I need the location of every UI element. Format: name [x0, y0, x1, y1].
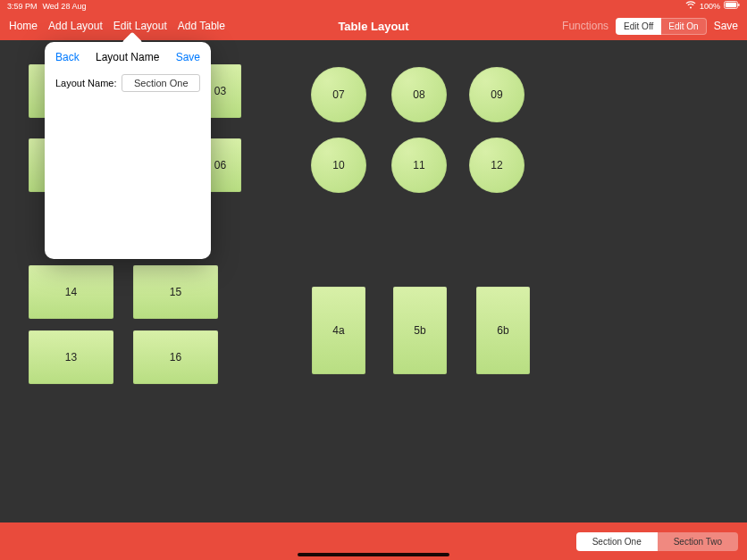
table-07[interactable]: 07 [311, 67, 366, 122]
table-6b[interactable]: 6b [476, 287, 530, 374]
svg-rect-2 [738, 4, 739, 6]
nav-save[interactable]: Save [714, 20, 738, 32]
battery-icon [724, 1, 740, 11]
status-battery: 100% [700, 2, 720, 11]
nav-add-table[interactable]: Add Table [178, 20, 225, 32]
table-16[interactable]: 16 [133, 330, 218, 384]
svg-rect-1 [726, 3, 736, 7]
edit-mode-segment: Edit Off Edit On [616, 18, 707, 35]
status-bar: 3:59 PM Wed 28 Aug 100% [0, 0, 747, 12]
table-13[interactable]: 13 [29, 330, 113, 384]
section-two-button[interactable]: Section Two [658, 532, 738, 551]
popover-title: Layout Name [96, 51, 159, 63]
wifi-icon [685, 1, 696, 11]
table-12[interactable]: 12 [469, 138, 525, 193]
popover-save-button[interactable]: Save [176, 51, 200, 63]
section-one-button[interactable]: Section One [576, 532, 658, 551]
table-09[interactable]: 09 [469, 67, 525, 122]
layout-name-label: Layout Name: [55, 78, 116, 88]
edit-off-button[interactable]: Edit Off [616, 18, 661, 35]
edit-on-button[interactable]: Edit On [661, 18, 706, 35]
table-15[interactable]: 15 [133, 265, 218, 319]
table-14[interactable]: 14 [29, 265, 113, 319]
table-10[interactable]: 10 [311, 138, 366, 193]
table-4a[interactable]: 4a [312, 287, 365, 374]
layout-name-input[interactable] [122, 74, 200, 92]
home-indicator [298, 553, 449, 556]
nav-functions[interactable]: Functions [562, 20, 609, 32]
status-time: 3:59 PM [7, 2, 38, 11]
nav-edit-layout[interactable]: Edit Layout [113, 20, 167, 32]
section-bar: Section One Section Two [0, 522, 747, 560]
nav-home[interactable]: Home [9, 20, 38, 32]
popover-back-button[interactable]: Back [55, 51, 80, 63]
layout-name-popover: Back Layout Name Save Layout Name: [45, 42, 211, 259]
table-5b[interactable]: 5b [393, 287, 447, 374]
section-segment: Section One Section Two [576, 532, 738, 551]
table-08[interactable]: 08 [391, 67, 447, 122]
nav-add-layout[interactable]: Add Layout [48, 20, 103, 32]
nav-bar: Home Add Layout Edit Layout Add Table Ta… [0, 12, 747, 40]
table-11[interactable]: 11 [391, 138, 447, 193]
status-date: Wed 28 Aug [43, 2, 87, 11]
